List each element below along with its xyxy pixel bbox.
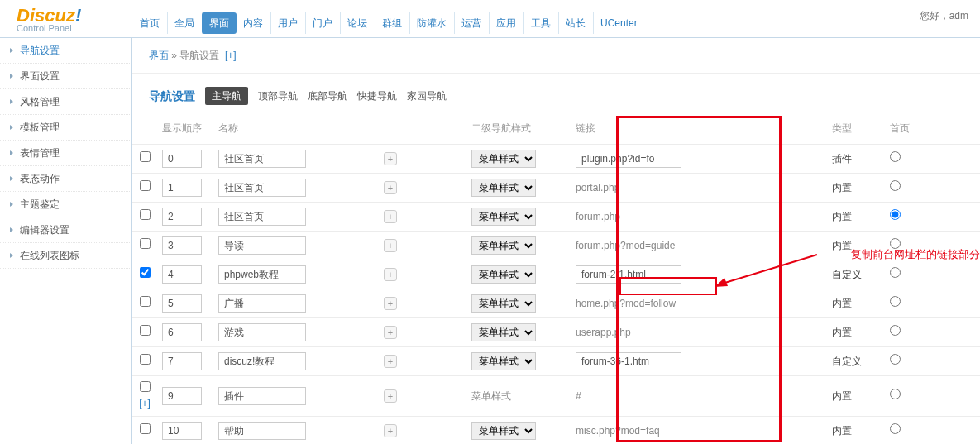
link-input[interactable] bbox=[576, 150, 681, 168]
home-radio[interactable] bbox=[890, 423, 901, 434]
row-checkbox[interactable] bbox=[140, 423, 151, 434]
tab-1[interactable]: 顶部导航 bbox=[258, 88, 298, 103]
style-select[interactable]: 菜单样式 bbox=[471, 323, 536, 341]
row-checkbox[interactable] bbox=[140, 151, 151, 162]
side-8[interactable]: 在线列表图标 bbox=[0, 243, 131, 269]
top-nav: 首页全局界面内容用户门户论坛群组防灌水运营应用工具站长UCenter bbox=[132, 0, 644, 37]
name-input[interactable] bbox=[218, 179, 306, 197]
plus-icon[interactable]: + bbox=[384, 297, 397, 310]
col-type: 类型 bbox=[827, 112, 885, 145]
home-radio[interactable] bbox=[890, 354, 901, 365]
row-checkbox[interactable] bbox=[140, 325, 151, 336]
order-input[interactable] bbox=[162, 265, 202, 284]
order-input[interactable] bbox=[162, 387, 202, 405]
plus-icon[interactable]: + bbox=[384, 268, 397, 281]
name-input[interactable] bbox=[218, 265, 306, 284]
plus-icon[interactable]: + bbox=[384, 181, 397, 194]
style-select[interactable]: 菜单样式 bbox=[471, 352, 536, 370]
topnav-7[interactable]: 群组 bbox=[375, 12, 410, 34]
topnav-2[interactable]: 界面 bbox=[202, 12, 237, 34]
style-select[interactable]: 菜单样式 bbox=[471, 150, 536, 168]
plus-icon[interactable]: + bbox=[384, 210, 397, 223]
crumb-a[interactable]: 界面 bbox=[149, 50, 169, 61]
name-input[interactable] bbox=[218, 236, 306, 255]
order-input[interactable] bbox=[162, 236, 202, 255]
plus-icon[interactable]: + bbox=[384, 152, 397, 165]
tab-4[interactable]: 家园导航 bbox=[407, 88, 447, 103]
style-select[interactable]: 菜单样式 bbox=[471, 179, 536, 197]
row-checkbox[interactable] bbox=[140, 354, 151, 365]
plus-icon[interactable]: + bbox=[384, 239, 397, 252]
tab-0[interactable]: 主导航 bbox=[205, 87, 248, 105]
order-input[interactable] bbox=[162, 323, 202, 341]
name-input[interactable] bbox=[218, 352, 306, 370]
row-checkbox[interactable] bbox=[140, 267, 151, 278]
link-input[interactable] bbox=[576, 352, 681, 370]
name-input[interactable] bbox=[218, 422, 306, 440]
name-input[interactable] bbox=[218, 208, 306, 226]
side-2[interactable]: 风格管理 bbox=[0, 89, 131, 115]
name-input[interactable] bbox=[218, 323, 306, 341]
plus-icon[interactable]: + bbox=[384, 389, 397, 403]
side-0[interactable]: 导航设置 bbox=[0, 38, 131, 64]
side-1[interactable]: 界面设置 bbox=[0, 64, 131, 89]
order-input[interactable] bbox=[162, 179, 202, 197]
order-input[interactable] bbox=[162, 150, 202, 168]
topnav-0[interactable]: 首页 bbox=[132, 12, 168, 34]
topnav-10[interactable]: 应用 bbox=[489, 12, 524, 34]
row-checkbox[interactable] bbox=[140, 238, 151, 249]
name-input[interactable] bbox=[218, 150, 306, 168]
order-input[interactable] bbox=[162, 422, 202, 440]
table-row: +菜单样式userapp.php内置 bbox=[132, 318, 980, 347]
home-radio[interactable] bbox=[890, 296, 901, 307]
style-select[interactable]: 菜单样式 bbox=[471, 265, 536, 284]
topnav-11[interactable]: 工具 bbox=[523, 12, 559, 34]
home-radio[interactable] bbox=[890, 325, 901, 336]
topnav-6[interactable]: 论坛 bbox=[340, 12, 375, 34]
name-input[interactable] bbox=[218, 294, 306, 313]
plus-icon[interactable]: + bbox=[384, 424, 397, 437]
home-radio[interactable] bbox=[890, 267, 901, 278]
order-input[interactable] bbox=[162, 208, 202, 226]
type-cell: 内置 bbox=[827, 318, 885, 347]
home-radio[interactable] bbox=[890, 151, 901, 162]
row-add[interactable]: [+] bbox=[139, 398, 151, 409]
table-row: +菜单样式自定义 bbox=[132, 347, 980, 376]
table-row: +菜单样式home.php?mod=follow内置 bbox=[132, 289, 980, 318]
side-6[interactable]: 主题鉴定 bbox=[0, 192, 131, 217]
topnav-5[interactable]: 门户 bbox=[305, 12, 341, 34]
side-4[interactable]: 表情管理 bbox=[0, 141, 131, 166]
topnav-1[interactable]: 全局 bbox=[167, 12, 203, 34]
topnav-13[interactable]: UCenter bbox=[593, 12, 645, 34]
row-checkbox[interactable] bbox=[140, 180, 151, 191]
home-radio[interactable] bbox=[890, 180, 901, 191]
table-row: +菜单样式misc.php?mod=faq内置 bbox=[132, 417, 980, 445]
name-input[interactable] bbox=[218, 387, 306, 405]
plus-icon[interactable]: + bbox=[384, 326, 397, 339]
topnav-4[interactable]: 用户 bbox=[270, 12, 306, 34]
order-input[interactable] bbox=[162, 352, 202, 370]
home-radio[interactable] bbox=[890, 389, 901, 399]
side-7[interactable]: 编辑器设置 bbox=[0, 217, 131, 243]
row-checkbox[interactable] bbox=[140, 381, 151, 392]
topnav-3[interactable]: 内容 bbox=[236, 12, 271, 34]
type-cell: 内置 bbox=[827, 174, 885, 203]
side-3[interactable]: 模板管理 bbox=[0, 115, 131, 141]
side-5[interactable]: 表态动作 bbox=[0, 166, 131, 192]
row-checkbox[interactable] bbox=[140, 296, 151, 307]
row-checkbox[interactable] bbox=[140, 209, 151, 220]
home-radio[interactable] bbox=[890, 209, 901, 220]
style-select[interactable]: 菜单样式 bbox=[471, 208, 536, 226]
topnav-9[interactable]: 运营 bbox=[454, 12, 490, 34]
style-select[interactable]: 菜单样式 bbox=[471, 236, 536, 255]
tab-3[interactable]: 快捷导航 bbox=[357, 88, 397, 103]
plus-icon[interactable]: + bbox=[384, 355, 397, 368]
order-input[interactable] bbox=[162, 294, 202, 313]
crumb-add[interactable]: [+] bbox=[225, 50, 237, 61]
tab-2[interactable]: 底部导航 bbox=[308, 88, 347, 103]
topnav-12[interactable]: 站长 bbox=[558, 12, 594, 34]
link-input[interactable] bbox=[576, 265, 681, 284]
style-select[interactable]: 菜单样式 bbox=[471, 422, 536, 440]
style-select[interactable]: 菜单样式 bbox=[471, 294, 536, 313]
topnav-8[interactable]: 防灌水 bbox=[409, 12, 455, 34]
